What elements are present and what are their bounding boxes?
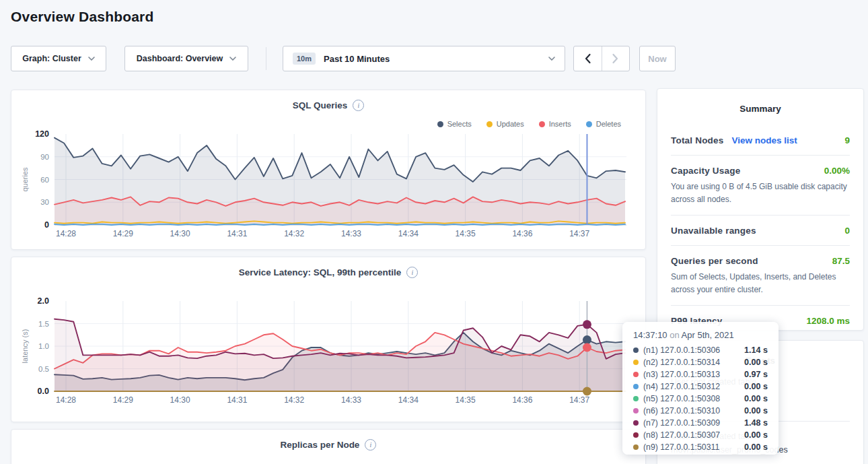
time-range-badge: 10m <box>293 53 316 65</box>
tooltip-node-row: (n1) 127.0.0.1:50306 1.14 s <box>633 344 768 356</box>
tooltip-node-row: (n5) 127.0.0.1:50308 0.00 s <box>633 393 768 405</box>
summary-row-description: Sum of Selects, Updates, Inserts, and De… <box>671 271 850 296</box>
tooltip-node-value: 1.48 s <box>744 418 768 428</box>
replicas-per-node-title: Replicas per Node <box>281 440 360 450</box>
svg-text:1.5: 1.5 <box>38 320 49 328</box>
summary-row-label: Total Nodes <box>671 135 723 145</box>
svg-text:120: 120 <box>35 129 49 139</box>
tooltip-node-value: 0.00 s <box>744 382 768 391</box>
svg-text:14:33: 14:33 <box>341 229 361 238</box>
node-series-dot <box>633 372 639 377</box>
svg-text:14:34: 14:34 <box>398 395 419 405</box>
summary-row-label: Capacity Usage <box>671 166 740 176</box>
svg-text:2.0: 2.0 <box>38 296 49 306</box>
svg-text:14:37: 14:37 <box>569 395 589 405</box>
summary-row-value: 0 <box>844 226 850 236</box>
summary-row-label: Queries per second <box>671 256 758 266</box>
tooltip-node-address: (n9) 127.0.0.1:50311 <box>643 442 719 452</box>
svg-text:14:30: 14:30 <box>170 395 190 405</box>
tooltip-node-value: 0.00 s <box>744 358 768 367</box>
next-range-button <box>602 46 629 71</box>
svg-text:0.5: 0.5 <box>38 365 49 373</box>
summary-row-value: 87.5 <box>832 256 850 266</box>
svg-text:14:33: 14:33 <box>341 395 361 405</box>
svg-text:14:36: 14:36 <box>512 229 532 238</box>
tooltip-node-address: (n5) 127.0.0.1:50308 <box>643 394 720 403</box>
node-series-dot <box>633 420 639 426</box>
svg-text:14:34: 14:34 <box>398 229 419 238</box>
tooltip-node-value: 0.00 s <box>744 442 768 452</box>
tooltip-node-row: (n7) 127.0.0.1:50309 1.48 s <box>633 417 768 429</box>
service-latency-chart[interactable]: 0.00.51.01.52.014:2814:2914:3014:3114:32… <box>11 257 647 423</box>
tooltip-node-address: (n3) 127.0.0.1:50313 <box>643 370 720 379</box>
node-series-dot <box>633 432 639 438</box>
node-series-dot <box>633 396 639 401</box>
node-series-dot <box>633 384 639 389</box>
svg-text:latency (s): latency (s) <box>21 329 29 364</box>
tooltip-node-value: 0.00 s <box>744 406 768 416</box>
info-icon[interactable]: i <box>365 439 376 451</box>
svg-text:14:32: 14:32 <box>284 395 304 405</box>
tooltip-node-value: 1.14 s <box>744 345 768 355</box>
dashboard-dropdown[interactable]: Dashboard: Overview <box>124 46 248 71</box>
summary-title: Summary <box>671 104 850 114</box>
view-nodes-list-link[interactable]: View nodes list <box>731 135 797 145</box>
chart-hover-tooltip: 14:37:10 on Apr 5th, 2021 (n1) 127.0.0.1… <box>622 322 779 455</box>
summary-row-value: 0.00% <box>824 166 850 176</box>
chevron-left-icon <box>584 53 591 64</box>
svg-text:14:32: 14:32 <box>284 229 304 238</box>
svg-text:1.0: 1.0 <box>38 342 49 350</box>
node-series-dot <box>633 408 639 413</box>
svg-text:14:36: 14:36 <box>512 395 532 405</box>
prev-range-button[interactable] <box>574 46 602 71</box>
svg-text:14:35: 14:35 <box>456 229 476 238</box>
tooltip-node-address: (n8) 127.0.0.1:50307 <box>643 430 720 440</box>
tooltip-node-row: (n3) 127.0.0.1:50313 0.97 s <box>633 368 768 380</box>
summary-row: Queries per second 87.5 Sum of Selects, … <box>671 246 850 306</box>
chevron-down-icon <box>88 57 95 61</box>
summary-row: Total Nodes View nodes list 9 <box>671 123 850 156</box>
tooltip-node-value: 0.00 s <box>744 394 768 403</box>
tooltip-node-address: (n7) 127.0.0.1:50309 <box>643 418 720 428</box>
svg-text:14:31: 14:31 <box>227 395 247 405</box>
chevron-right-icon <box>612 53 619 64</box>
svg-text:14:37: 14:37 <box>569 229 589 238</box>
svg-text:14:31: 14:31 <box>227 229 247 238</box>
svg-text:14:28: 14:28 <box>56 229 76 238</box>
sql-queries-card: SQL Queries i Selects Updates Inserts De… <box>11 90 646 250</box>
svg-text:14:28: 14:28 <box>56 395 76 405</box>
svg-text:14:29: 14:29 <box>113 395 133 405</box>
time-pager <box>573 46 630 71</box>
svg-text:14:35: 14:35 <box>456 395 476 405</box>
node-series-dot <box>633 347 639 353</box>
tooltip-node-row: (n4) 127.0.0.1:50312 0.00 s <box>633 380 768 393</box>
time-range-dropdown[interactable]: 10m Past 10 Minutes <box>283 46 565 71</box>
node-series-dot <box>633 360 639 365</box>
graph-dropdown-label: Graph: Cluster <box>22 54 81 63</box>
tooltip-timestamp: 14:37:10 on Apr 5th, 2021 <box>633 330 768 340</box>
chevron-down-icon <box>548 57 555 61</box>
service-latency-card: Service Latency: SQL, 99th percentile i … <box>11 257 646 422</box>
tooltip-node-row: (n8) 127.0.0.1:50307 0.00 s <box>633 429 768 441</box>
summary-row: Unavailable ranges 0 <box>671 216 850 246</box>
svg-text:14:29: 14:29 <box>113 229 133 238</box>
now-button: Now <box>639 46 676 71</box>
svg-text:0.0: 0.0 <box>38 387 49 396</box>
tooltip-node-address: (n2) 127.0.0.1:50314 <box>643 358 720 367</box>
summary-panel: Summary Total Nodes View nodes list 9 Ca… <box>657 88 864 331</box>
tooltip-node-address: (n4) 127.0.0.1:50312 <box>643 382 720 391</box>
sql-queries-chart[interactable]: 030609012014:2814:2914:3014:3114:3214:33… <box>11 90 647 251</box>
svg-text:14:30: 14:30 <box>170 229 190 238</box>
dashboard-dropdown-label: Dashboard: Overview <box>137 54 223 63</box>
toolbar-divider <box>266 47 266 70</box>
tooltip-node-address: (n1) 127.0.0.1:50306 <box>643 345 720 355</box>
tooltip-node-row: (n2) 127.0.0.1:50314 0.00 s <box>633 356 768 368</box>
graph-dropdown[interactable]: Graph: Cluster <box>11 46 106 71</box>
node-series-dot <box>633 444 639 450</box>
svg-text:30: 30 <box>40 198 49 206</box>
replicas-per-node-card: Replicas per Node i <box>11 429 646 464</box>
tooltip-node-row: (n9) 127.0.0.1:50311 0.00 s <box>633 441 768 453</box>
tooltip-node-value: 0.00 s <box>744 430 768 440</box>
summary-row-value: 1208.0 ms <box>806 316 850 326</box>
tooltip-node-row: (n6) 127.0.0.1:50310 0.00 s <box>633 405 768 417</box>
